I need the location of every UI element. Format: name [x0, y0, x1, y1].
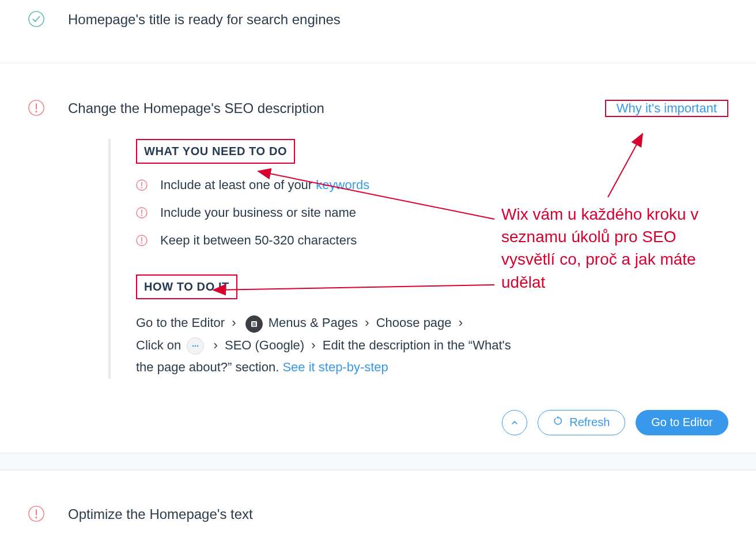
chevron-up-icon [511, 419, 519, 427]
seo-step-change-description: Change the Homepage's SEO description Wh… [0, 63, 756, 400]
svg-point-3 [36, 111, 37, 112]
svg-rect-14 [252, 322, 256, 323]
alert-circle-icon [28, 99, 45, 116]
need-item-text: Keep it between 50-320 characters [160, 233, 357, 248]
menus-pages-icon [245, 315, 263, 333]
step-details: WHAT YOU NEED TO DO Include at least one… [108, 139, 512, 379]
keywords-link[interactable]: keywords [316, 178, 369, 192]
section-separator [0, 453, 756, 470]
why-important-link[interactable]: Why it's important [606, 95, 727, 121]
svg-rect-16 [252, 325, 256, 326]
need-item: Keep it between 50-320 characters [136, 233, 512, 248]
how-to-text: Go to the Editor › Menus & Pages › Choos… [136, 312, 512, 379]
step-title: Change the Homepage's SEO description [68, 99, 605, 117]
refresh-button[interactable]: Refresh [538, 410, 625, 435]
svg-point-19 [197, 345, 199, 347]
svg-rect-15 [252, 323, 256, 324]
annotation-box-why: Why it's important [605, 100, 728, 117]
step-title: Homepage's title is ready for search eng… [68, 10, 341, 28]
go-to-editor-label: Go to Editor [651, 416, 713, 429]
seo-step-optimize-text[interactable]: Optimize the Homepage's text [0, 470, 756, 523]
need-item: Include your business or site name [136, 205, 512, 220]
svg-point-12 [141, 243, 142, 244]
more-options-icon [187, 337, 204, 355]
step-title: Optimize the Homepage's text [68, 505, 253, 523]
svg-point-0 [29, 12, 44, 27]
how-to-do-it-section: HOW TO DO IT Go to the Editor › Menus & … [136, 274, 512, 379]
svg-point-9 [141, 215, 142, 216]
what-you-need-section: WHAT YOU NEED TO DO Include at least one… [136, 139, 512, 248]
actions-bar: Refresh Go to Editor [0, 400, 756, 453]
check-circle-icon [28, 10, 45, 28]
collapse-button[interactable] [502, 410, 527, 435]
alert-circle-icon [28, 505, 45, 522]
need-item-text: Include your business or site name [160, 205, 356, 220]
seo-step-title-ready[interactable]: Homepage's title is ready for search eng… [0, 0, 756, 63]
need-item: Include at least one of your keywords [136, 178, 512, 193]
alert-circle-icon [136, 207, 148, 219]
alert-circle-icon [136, 235, 148, 246]
alert-circle-icon [136, 179, 148, 191]
what-you-need-heading: WHAT YOU NEED TO DO [136, 139, 295, 164]
see-step-by-step-link[interactable]: See it step-by-step [282, 360, 388, 374]
refresh-label: Refresh [569, 416, 610, 429]
svg-point-22 [36, 517, 37, 518]
svg-point-17 [192, 345, 194, 347]
svg-point-6 [141, 187, 142, 189]
how-to-heading: HOW TO DO IT [136, 274, 237, 299]
refresh-icon [553, 416, 564, 429]
svg-point-18 [195, 345, 196, 347]
need-item-text: Include at least one of your keywords [160, 178, 369, 193]
go-to-editor-button[interactable]: Go to Editor [636, 410, 728, 435]
